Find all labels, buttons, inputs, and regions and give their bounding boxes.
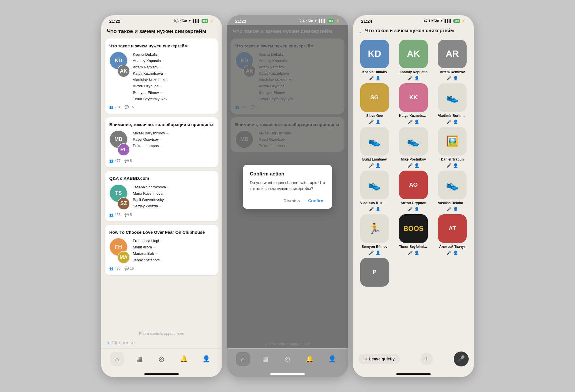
time-3: 21:24 (361, 19, 372, 24)
nav-profile-2[interactable]: 👤 (325, 352, 339, 366)
stat-comments-4: 💬16 (124, 267, 134, 271)
participant-artem[interactable]: AR Artem Remizov 🎤 👤 (434, 40, 470, 80)
nav-profile-1[interactable]: 👤 (199, 352, 213, 366)
phone3-title: Что такое и зачем нужен сникергейм (365, 28, 469, 34)
name-p-mike: Mike Postnikov (401, 157, 426, 161)
phone-2: 21:23 2,4 КБ/с ✦ ▌▌▌ 100 ⚡ Что такое и з… (227, 15, 348, 377)
mic-icon-semyon: 🎤 (369, 250, 374, 255)
battery-3: 100 (453, 19, 460, 23)
icons-p-katya: 🎤 👤 (408, 119, 419, 124)
speaker-sergey: Sergey Zvezda ··· (133, 203, 214, 209)
avatar-p-timur: BOOS (399, 214, 428, 243)
speaker-2: Anatoly Kapustin ··· (133, 58, 214, 64)
room-card-3[interactable]: Q&A с KKBBD.com TS SZ Tatiana Shorokhova… (105, 171, 218, 221)
icons-p-anton: 🎤 👤 (408, 207, 419, 211)
person-icon-slava: 👤 (375, 119, 380, 124)
participant-vasilisa[interactable]: 👟 Vasilisa Belokop... 🎤 👤 (434, 171, 470, 211)
nav-home-2[interactable]: ⌂ (236, 352, 250, 366)
confirm-dialog: Confirm action Do you want to join chann… (243, 165, 332, 209)
room-card-1[interactable]: Что такое и зачем нужен сникергейм KD AK… (105, 38, 218, 114)
icons-p-bulat: 🎤 👤 (369, 163, 380, 168)
stat-comments-2: 💬5 (124, 159, 132, 163)
plus-icon: + (425, 355, 429, 363)
stat-comments-3: 💬5 (124, 213, 132, 217)
bluetooth-icon-3: ✦ (440, 19, 443, 23)
speaker-mikael: Mikael Baryshnikov ··· (133, 130, 214, 136)
participant-vladimir[interactable]: 👟 Vladimir Borisen... 🎤 👤 (434, 83, 470, 124)
avatar-p-daniel: 🖼️ (438, 127, 467, 156)
nav-explore-1[interactable]: ◎ (155, 352, 168, 366)
room-speakers-3: Tatiana Shorokhova ··· Maria Kuvshinova … (133, 184, 214, 209)
participant-extra[interactable]: P (356, 258, 392, 287)
back-arrow[interactable]: ↓ (358, 27, 362, 35)
participant-vladislav[interactable]: 👟 Vladislav Kuzme... 🎤 👤 (356, 171, 392, 211)
room-card-2[interactable]: Внимание, токсично: коллаборации и принц… (105, 117, 218, 168)
participant-slava[interactable]: SG Slava Gee 🎤 👤 (356, 83, 392, 124)
avatar-anatoly: AK (117, 65, 130, 77)
home-icon-2: ⌂ (241, 355, 245, 363)
status-bar-2: 21:23 2,4 КБ/с ✦ ▌▌▌ 100 ⚡ (227, 15, 348, 25)
speaker-1: Ksenia Dukalis ··· (133, 51, 214, 58)
mic-icon-ksenia: 🎤 (369, 76, 374, 80)
battery-1: 100 (202, 19, 208, 23)
time-1: 21:22 (109, 19, 120, 24)
mute-button[interactable]: 🎤 (454, 352, 469, 366)
icons-p-vladislav: 🎤 👤 (369, 207, 380, 211)
avatar-p-anton: АО (399, 171, 428, 199)
bluetooth-icon-1: ✦ (188, 19, 191, 23)
avatar-p-vladimir: 👟 (438, 83, 467, 112)
person-icon-artem: 👤 (453, 76, 458, 80)
nav-bell-2[interactable]: 🔔 (303, 352, 317, 366)
room-card-4[interactable]: How To Choose Love Over Fear On Clubhous… (105, 225, 218, 275)
stat-listeners-3: 👥135 (109, 213, 120, 217)
participant-alexey[interactable]: АТ Алексей Ткачук 🎤 👤 (434, 214, 470, 255)
dismiss-button[interactable]: Dismiss (283, 197, 301, 204)
participant-timur[interactable]: BOOS Timur Seyfelmly... 🎤 👤 (395, 214, 431, 255)
participant-anton[interactable]: АО Антон Огурцов 🎤 👤 (395, 171, 431, 211)
mic-icon-slava: 🎤 (369, 119, 374, 124)
icons-p-anatoly: 🎤 👤 (408, 76, 419, 80)
icons-p-vladimir: 🎤 👤 (446, 119, 458, 124)
participant-katya[interactable]: KK Katya Kuznetsova 🎤 👤 (395, 83, 431, 124)
name-p-slava: Slava Gee (366, 114, 383, 118)
nav-calendar-1[interactable]: ▦ (132, 352, 146, 366)
room-title-2: Внимание, токсично: коллаборации и принц… (109, 122, 214, 128)
room-footer-1: 👥761 💬15 (109, 105, 214, 109)
rooms-list-1[interactable]: Что такое и зачем нужен сникергейм KD AK… (101, 38, 222, 329)
phone3-content[interactable]: KD Ksenia Dukalis 🎤 👤 AK Anatoly Kapusti… (353, 38, 474, 349)
time-2: 21:23 (235, 19, 246, 24)
nav-bell-1[interactable]: 🔔 (177, 352, 191, 366)
profile-icon-1: 👤 (202, 355, 210, 363)
modal-title: Confirm action (250, 171, 325, 177)
nav-calendar-2[interactable]: ▦ (258, 352, 272, 366)
stat-comments-1: 💬15 (124, 105, 134, 109)
explore-icon-1: ◎ (159, 355, 164, 363)
charge-icon-2: ⚡ (336, 19, 340, 23)
name-p-vladislav: Vladislav Kuzme... (360, 201, 389, 205)
bluetooth-icon-2: ✦ (314, 19, 317, 23)
avatars-3: TS SZ (109, 184, 129, 210)
avatar-p-vladislav: 👟 (360, 171, 389, 199)
participant-bulat[interactable]: 👟 Bulat Lambaev 🎤 👤 (356, 127, 392, 168)
leave-quietly-button[interactable]: ↪ Leave quietly (358, 354, 400, 364)
participant-mike[interactable]: 👟 Mike Postnikov 🎤 👤 (395, 127, 431, 168)
participant-ksenia[interactable]: KD Ksenia Dukalis 🎤 👤 (356, 40, 392, 80)
avatars-4: FH MA (109, 238, 129, 264)
add-participant-button[interactable]: + (420, 353, 433, 365)
room-body-1: KD AK Ksenia Dukalis ··· Anatoly Kapusti… (109, 51, 214, 102)
nav-explore-2[interactable]: ◎ (281, 352, 294, 366)
name-p-ksenia: Ksenia Dukalis (362, 70, 387, 74)
participant-anatoly[interactable]: AK Anatoly Kapustin 🎤 👤 (395, 40, 431, 80)
mic-icon-main: 🎤 (457, 355, 465, 363)
participant-semyon[interactable]: 🏃 Semyon Efimov 🎤 👤 (356, 214, 392, 255)
confirm-button[interactable]: Confirm (308, 197, 325, 204)
speaker-5: Vladislav Kuzmenko ··· (133, 77, 214, 83)
icons-p-timur: 🎤 👤 (408, 250, 419, 255)
nav-home-1[interactable]: ⌂ (110, 352, 124, 366)
bottom-bar-p3: ↪ Leave quietly + 🎤 (353, 349, 474, 372)
mic-icon-anatoly: 🎤 (408, 76, 413, 80)
room-title-3: Q&A с KKBBD.com (109, 175, 214, 181)
icons-p-ksenia: 🎤 👤 (369, 76, 380, 80)
speaker-jenny: Jenny Stefanotti ··· (133, 257, 214, 263)
participant-daniel[interactable]: 🖼️ Daniel Trabun 🎤 👤 (434, 127, 470, 168)
